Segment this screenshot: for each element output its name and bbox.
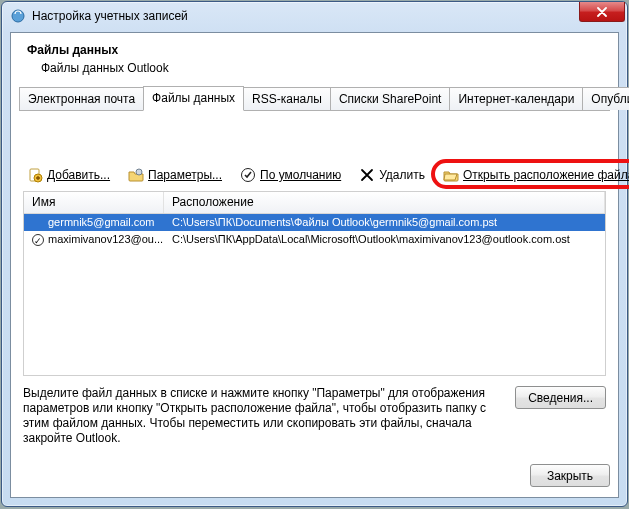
- window-title: Настройка учетных записей: [32, 9, 188, 23]
- client-area: Файлы данных Файлы данных Outlook Электр…: [10, 32, 619, 498]
- table-row[interactable]: maximivanov123@ou... C:\Users\ПК\AppData…: [24, 231, 605, 248]
- add-file-icon: [27, 167, 43, 183]
- help-row: Выделите файл данных в списке и нажмите …: [19, 376, 610, 446]
- tab-internet-calendars[interactable]: Интернет-календари: [449, 87, 583, 110]
- table-row[interactable]: germnik5@gmail.com C:\Users\ПК\Documents…: [24, 214, 605, 231]
- help-text: Выделите файл данных в списке и нажмите …: [23, 386, 505, 446]
- set-default-button[interactable]: По умолчанию: [236, 165, 345, 185]
- svg-point-3: [136, 169, 142, 175]
- dialog-window: Настройка учетных записей Файлы данных Ф…: [1, 1, 628, 507]
- add-button[interactable]: Добавить...: [23, 165, 114, 185]
- dialog-footer: Закрыть: [530, 464, 610, 487]
- folder-gear-icon: [128, 167, 144, 183]
- app-icon: [10, 8, 26, 24]
- titlebar[interactable]: Настройка учетных записей: [2, 2, 627, 30]
- close-button[interactable]: Закрыть: [530, 464, 610, 487]
- column-header-location[interactable]: Расположение: [164, 192, 605, 213]
- row-name: maximivanov123@ou...: [48, 231, 163, 248]
- toolbar: Добавить... Параметры... По умолчанию: [19, 159, 610, 191]
- table-header: Имя Расположение: [24, 192, 605, 214]
- tab-sharepoint[interactable]: Списки SharePoint: [330, 87, 451, 110]
- open-file-location-button[interactable]: Открыть расположение файла...: [439, 165, 629, 185]
- table-body: germnik5@gmail.com C:\Users\ПК\Documents…: [24, 214, 605, 248]
- delete-button[interactable]: Удалить: [355, 165, 429, 185]
- delete-x-icon: [359, 167, 375, 183]
- default-check-icon: [32, 234, 44, 246]
- page-title: Файлы данных: [27, 43, 602, 57]
- row-name: germnik5@gmail.com: [48, 214, 155, 231]
- check-circle-icon: [240, 167, 256, 183]
- row-location: C:\Users\ПК\Documents\Файлы Outlook\germ…: [164, 214, 605, 231]
- window-close-button[interactable]: [579, 2, 625, 22]
- tab-published[interactable]: Опубликован: [582, 87, 629, 110]
- tab-data-files[interactable]: Файлы данных: [143, 86, 244, 111]
- tab-rss[interactable]: RSS-каналы: [243, 87, 331, 110]
- tab-panel-data-files: Добавить... Параметры... По умолчанию: [19, 159, 610, 453]
- default-indicator-placeholder: [32, 217, 44, 229]
- open-folder-icon: [443, 167, 459, 183]
- page-header: Файлы данных Файлы данных Outlook: [11, 33, 618, 87]
- tab-email[interactable]: Электронная почта: [19, 87, 144, 110]
- details-button[interactable]: Сведения...: [515, 386, 606, 409]
- tab-strip: Электронная почта Файлы данных RSS-канал…: [19, 87, 610, 111]
- page-subtitle: Файлы данных Outlook: [27, 61, 602, 75]
- settings-button[interactable]: Параметры...: [124, 165, 226, 185]
- svg-point-0: [12, 10, 24, 22]
- row-location: C:\Users\ПК\AppData\Local\Microsoft\Outl…: [164, 231, 605, 248]
- column-header-name[interactable]: Имя: [24, 192, 164, 213]
- close-icon: [596, 7, 608, 17]
- data-files-table: Имя Расположение germnik5@gmail.com C:\U…: [23, 191, 606, 376]
